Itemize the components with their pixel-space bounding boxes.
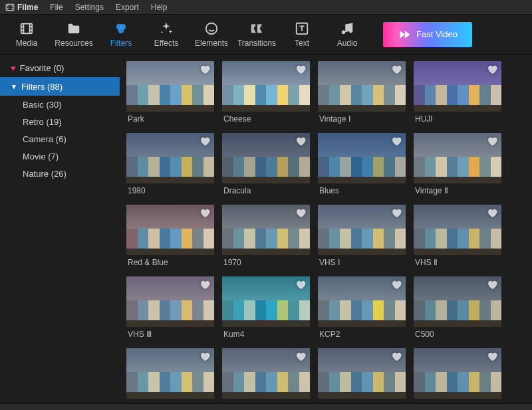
filter-card[interactable]: [126, 348, 214, 403]
filter-label: Red & Blue: [126, 255, 214, 271]
titlebar: Filme File Settings Export Help: [0, 0, 532, 15]
tool-resources[interactable]: Resources: [49, 15, 98, 54]
favorite-icon[interactable]: [199, 278, 211, 293]
favorite-icon[interactable]: [390, 207, 402, 221]
filter-label: Vintage Ⅱ: [414, 183, 501, 199]
filter-label: Vintage Ⅰ: [318, 112, 406, 128]
music-icon: [340, 21, 354, 36]
bottombar: [0, 403, 532, 410]
transition-icon: [249, 21, 264, 36]
film-icon: [19, 21, 34, 36]
favorite-icon[interactable]: [199, 135, 211, 150]
favorite-icon[interactable]: [486, 63, 498, 78]
filter-card[interactable]: HUJI: [414, 61, 501, 128]
tool-media[interactable]: Media: [4, 15, 49, 54]
svg-point-9: [206, 23, 217, 34]
favorite-icon[interactable]: [295, 207, 307, 221]
favorite-icon[interactable]: [295, 350, 307, 365]
favorite-icon[interactable]: [390, 63, 402, 78]
sidebar-category-camera[interactable]: Camera (6): [0, 130, 120, 148]
caret-down-icon: ▼: [11, 83, 17, 90]
filter-label: VHS Ⅱ: [414, 255, 501, 271]
favorite-icon[interactable]: [390, 135, 402, 150]
app-name: Filme: [17, 3, 38, 12]
filter-card[interactable]: Red & Blue: [126, 205, 214, 271]
tool-transitions[interactable]: Transitions: [234, 15, 279, 54]
svg-rect-1: [7, 5, 9, 7]
menu-settings[interactable]: Settings: [75, 3, 104, 12]
filter-label: VHS Ⅰ: [318, 255, 406, 271]
sidebar-favorite[interactable]: ♥ Favorite (0): [0, 58, 120, 77]
tool-text[interactable]: Text: [279, 15, 325, 54]
svg-rect-2: [7, 8, 9, 9]
sparkle-icon: [159, 21, 174, 36]
fast-video-button[interactable]: Fast Video: [383, 22, 472, 47]
tool-audio[interactable]: Audio: [325, 15, 370, 54]
menu-file[interactable]: File: [50, 3, 63, 12]
tool-filters[interactable]: Filters: [98, 15, 144, 54]
filters-icon: [114, 21, 128, 36]
smile-icon: [204, 21, 219, 36]
filter-label: Kum4: [222, 327, 310, 343]
favorite-icon[interactable]: [199, 63, 211, 78]
filter-card[interactable]: [414, 348, 501, 403]
filter-card[interactable]: Kum4: [222, 276, 310, 343]
favorite-icon[interactable]: [486, 135, 498, 150]
svg-rect-0: [6, 4, 14, 10]
filter-card[interactable]: VHS Ⅰ: [318, 205, 406, 271]
svg-rect-4: [11, 8, 13, 9]
favorite-icon[interactable]: [295, 278, 307, 293]
sidebar-category-basic[interactable]: Basic (30): [0, 96, 120, 113]
filter-card[interactable]: Vintage Ⅰ: [318, 61, 406, 128]
filter-card[interactable]: [318, 348, 406, 403]
favorite-icon[interactable]: [486, 350, 498, 365]
tool-elements[interactable]: Elements: [189, 15, 234, 54]
favorite-icon[interactable]: [390, 350, 402, 365]
folder-icon: [66, 21, 81, 36]
filter-card[interactable]: KCP2: [318, 276, 406, 343]
filter-label: Blues: [318, 183, 406, 199]
svg-rect-3: [11, 5, 13, 7]
filter-label: [222, 399, 310, 403]
filter-label: 1970: [222, 255, 310, 271]
filter-card[interactable]: [222, 348, 310, 403]
filter-label: [414, 399, 501, 403]
filter-label: [126, 399, 214, 403]
menu-export[interactable]: Export: [116, 3, 139, 12]
filter-card[interactable]: 1980: [126, 133, 214, 199]
favorite-icon[interactable]: [199, 350, 211, 365]
sidebar-category-nature[interactable]: Nature (26): [0, 165, 120, 182]
toolbar: Media Resources Filters Effects Elements…: [0, 15, 532, 54]
favorite-icon[interactable]: [295, 135, 307, 150]
filter-card[interactable]: 1970: [222, 205, 310, 271]
filter-card[interactable]: Dracula: [222, 133, 310, 199]
filter-label: HUJI: [414, 112, 501, 128]
favorite-icon[interactable]: [199, 207, 211, 221]
menu-help[interactable]: Help: [151, 3, 168, 12]
filter-card[interactable]: VHS Ⅲ: [126, 276, 214, 343]
filter-label: [318, 399, 406, 403]
svg-point-8: [118, 27, 124, 33]
sidebar-category-retro[interactable]: Retro (19): [0, 113, 120, 130]
filter-label: VHS Ⅲ: [126, 327, 214, 343]
favorite-icon[interactable]: [390, 278, 402, 293]
filter-label: KCP2: [318, 327, 406, 343]
filter-card[interactable]: Vintage Ⅱ: [414, 133, 501, 199]
favorite-icon[interactable]: [486, 278, 498, 293]
filter-card[interactable]: C500: [414, 276, 501, 343]
filter-card[interactable]: VHS Ⅱ: [414, 205, 501, 271]
app-logo: Filme: [5, 3, 38, 12]
filter-card[interactable]: Park: [126, 61, 214, 128]
filter-card[interactable]: Cheese: [222, 61, 310, 128]
filter-card[interactable]: Blues: [318, 133, 406, 199]
favorite-icon[interactable]: [295, 63, 307, 78]
heart-icon: ♥: [11, 63, 16, 73]
filter-label: Park: [126, 112, 214, 128]
tool-effects[interactable]: Effects: [144, 15, 189, 54]
sidebar-filters[interactable]: ▼ Filters (88): [0, 77, 120, 96]
favorite-icon[interactable]: [486, 207, 498, 221]
fast-forward-icon: [398, 28, 411, 41]
filter-grid[interactable]: ParkCheeseVintage ⅠHUJI1980DraculaBluesV…: [120, 54, 532, 403]
svg-rect-5: [21, 23, 33, 33]
sidebar-category-movie[interactable]: Movie (7): [0, 148, 120, 165]
